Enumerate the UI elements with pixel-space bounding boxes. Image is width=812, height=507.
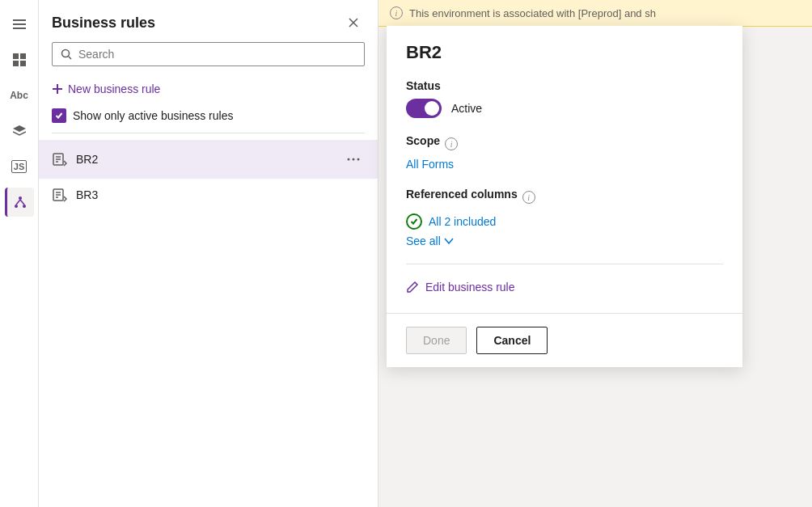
edit-icon <box>406 281 419 294</box>
nav-layers[interactable] <box>5 116 34 146</box>
diagram-icon <box>14 196 27 209</box>
edit-rule-label: Edit business rule <box>425 281 515 294</box>
toggle-knob <box>425 101 439 116</box>
rule-list: BR2 BR3 <box>39 137 378 507</box>
svg-rect-1 <box>13 23 26 25</box>
done-button[interactable]: Done <box>406 327 467 354</box>
svg-point-22 <box>357 158 360 161</box>
close-icon <box>349 18 358 27</box>
scope-value: All Forms <box>406 158 454 171</box>
edit-business-rule-button[interactable]: Edit business rule <box>406 277 515 297</box>
ref-columns-info-icon[interactable]: i <box>522 191 535 204</box>
scope-info-icon[interactable]: i <box>445 137 458 150</box>
ellipsis-icon <box>347 158 360 161</box>
see-all-label: See all <box>406 234 441 247</box>
search-icon <box>61 49 72 60</box>
svg-rect-6 <box>20 61 26 66</box>
new-rule-label: New business rule <box>68 82 160 95</box>
nav-grid[interactable] <box>5 45 34 74</box>
rule-item-br3[interactable]: BR3 <box>39 179 378 211</box>
ref-columns-header: Referenced columns i <box>406 188 723 207</box>
scope-header: Scope i <box>406 134 723 154</box>
icon-bar: Abc JS <box>0 0 39 507</box>
filter-checkbox[interactable] <box>52 108 66 123</box>
svg-rect-5 <box>13 61 19 66</box>
filter-label: Show only active business rules <box>73 109 233 122</box>
check-circle-icon <box>406 213 422 230</box>
panel-title: Business rules <box>52 15 155 32</box>
info-circle-icon: i <box>390 6 403 19</box>
detail-panel: BR2 Status Active Scope i All Forms <box>387 26 742 367</box>
grid-icon <box>13 53 26 66</box>
nav-diagram[interactable] <box>5 188 34 217</box>
hamburger-menu[interactable] <box>5 10 34 39</box>
svg-rect-0 <box>13 19 26 21</box>
close-panel-button[interactable] <box>342 11 365 34</box>
ref-check-row: All 2 included <box>406 213 723 230</box>
detail-content: BR2 Status Active Scope i All Forms <box>387 26 742 313</box>
nav-text[interactable]: Abc <box>5 81 34 110</box>
svg-point-12 <box>62 50 70 57</box>
svg-rect-4 <box>20 53 26 59</box>
cancel-button[interactable]: Cancel <box>476 327 548 354</box>
ref-columns-label: Referenced columns <box>406 188 518 201</box>
see-all-button[interactable]: See all <box>406 234 454 247</box>
checkmark-icon <box>55 112 63 120</box>
svg-rect-3 <box>13 53 19 59</box>
svg-line-11 <box>20 200 24 205</box>
hamburger-icon <box>13 18 26 31</box>
plus-icon <box>52 83 63 95</box>
text-icon: Abc <box>10 90 28 101</box>
status-toggle[interactable] <box>406 99 442 118</box>
business-rules-panel: Business rules New business rule <box>39 0 379 507</box>
rule-icon-br2 <box>52 151 68 167</box>
detail-title: BR2 <box>406 42 723 63</box>
search-input[interactable] <box>78 48 356 61</box>
new-business-rule-button[interactable]: New business rule <box>39 76 378 102</box>
chevron-down-icon <box>444 238 454 244</box>
rule-item-br2[interactable]: BR2 <box>39 140 378 179</box>
svg-point-21 <box>353 158 355 161</box>
svg-line-10 <box>16 200 20 205</box>
nav-js[interactable]: JS <box>5 152 34 181</box>
main-area: i This environment is associated with [P… <box>39 0 812 507</box>
rule-icon-br3 <box>52 187 68 203</box>
panel-header: Business rules <box>39 0 378 42</box>
search-box[interactable] <box>52 42 365 66</box>
status-row: Active <box>406 99 723 118</box>
checkmark-green-icon <box>410 218 418 226</box>
divider <box>52 133 365 133</box>
ref-columns-section: Referenced columns i All 2 included See … <box>406 188 723 247</box>
scope-section: Scope i All Forms <box>406 134 723 171</box>
status-label: Status <box>406 79 723 92</box>
notification-bar: i This environment is associated with [P… <box>379 0 812 27</box>
svg-point-9 <box>23 205 26 208</box>
filter-row[interactable]: Show only active business rules <box>39 102 378 129</box>
svg-point-7 <box>19 196 22 200</box>
svg-line-13 <box>69 57 72 60</box>
svg-rect-2 <box>13 27 26 29</box>
ref-columns-value: All 2 included <box>429 215 496 228</box>
rule-menu-button-br2[interactable] <box>342 148 365 171</box>
notification-text: This environment is associated with [Pre… <box>409 7 656 19</box>
rule-name-br2: BR2 <box>76 153 342 166</box>
status-value: Active <box>451 102 482 115</box>
detail-footer: Done Cancel <box>387 313 742 367</box>
section-divider <box>406 264 723 264</box>
svg-point-8 <box>15 205 18 208</box>
scope-label: Scope <box>406 134 440 147</box>
svg-point-20 <box>348 158 350 161</box>
rule-name-br3: BR3 <box>76 188 365 201</box>
js-icon: JS <box>11 160 27 173</box>
layers-icon <box>13 125 26 137</box>
